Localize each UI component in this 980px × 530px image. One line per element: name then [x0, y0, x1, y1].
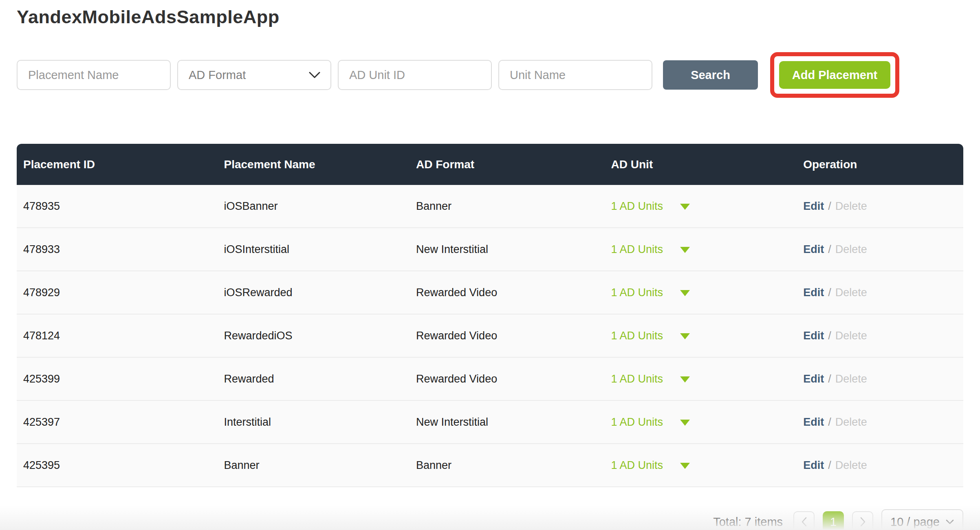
page-size-value: 10 / page: [890, 515, 940, 529]
ad-format-cell: Rewarded Video: [410, 271, 605, 314]
table-row: 425395 Banner Banner 1 AD Units Edit/Del…: [17, 444, 963, 487]
caret-down-icon[interactable]: [680, 376, 690, 383]
ad-unit-cell: 1 AD Units: [605, 314, 797, 358]
operation-cell: Edit/Delete: [797, 401, 963, 444]
ad-units-link[interactable]: 1 AD Units: [611, 373, 663, 385]
ad-units-link[interactable]: 1 AD Units: [611, 200, 663, 212]
ad-unit-cell: 1 AD Units: [605, 271, 797, 314]
pagination-bar: Total: 7 items 1 10 / page: [17, 509, 963, 530]
slash-separator: /: [828, 200, 831, 212]
delete-link[interactable]: Delete: [835, 416, 867, 428]
table-row: 478929 iOSRewarded Rewarded Video 1 AD U…: [17, 271, 963, 314]
table-row: 478933 iOSInterstitial New Interstitial …: [17, 228, 963, 271]
delete-link[interactable]: Delete: [835, 373, 867, 385]
ad-unit-cell: 1 AD Units: [605, 401, 797, 444]
ad-format-select-placeholder: AD Format: [189, 68, 246, 82]
slash-separator: /: [828, 243, 831, 255]
caret-down-icon[interactable]: [680, 463, 690, 469]
page-1-button[interactable]: 1: [823, 511, 844, 530]
total-items-label: Total: 7 items: [713, 515, 783, 529]
placement-name-cell: iOSRewarded: [217, 271, 410, 314]
ad-units-link[interactable]: 1 AD Units: [611, 330, 663, 342]
edit-link[interactable]: Edit: [803, 373, 824, 385]
edit-link[interactable]: Edit: [803, 330, 824, 342]
chevron-right-icon: [859, 517, 866, 527]
placements-table: Placement ID Placement Name AD Format AD…: [17, 144, 963, 487]
prev-page-button[interactable]: [793, 511, 815, 530]
chevron-down-icon: [945, 519, 954, 525]
ad-unit-cell: 1 AD Units: [605, 185, 797, 228]
header-placement-id: Placement ID: [17, 144, 217, 185]
caret-down-icon[interactable]: [680, 420, 690, 426]
caret-down-icon[interactable]: [680, 204, 690, 210]
ad-format-cell: New Interstitial: [410, 401, 605, 444]
ad-format-cell: Banner: [410, 444, 605, 487]
header-ad-unit: AD Unit: [605, 144, 797, 185]
edit-link[interactable]: Edit: [803, 200, 824, 212]
header-operation: Operation: [797, 144, 963, 185]
next-page-button[interactable]: [852, 511, 873, 530]
delete-link[interactable]: Delete: [835, 243, 867, 255]
placement-name-cell: RewardediOS: [217, 314, 410, 358]
placement-id-cell: 478929: [17, 271, 217, 314]
placement-name-cell: iOSInterstitial: [217, 228, 410, 271]
edit-link[interactable]: Edit: [803, 286, 824, 299]
ad-units-link[interactable]: 1 AD Units: [611, 243, 663, 255]
table-row: 425397 Interstitial New Interstitial 1 A…: [17, 401, 963, 444]
slash-separator: /: [828, 416, 831, 428]
ad-format-cell: Rewarded Video: [410, 314, 605, 358]
edit-link[interactable]: Edit: [803, 416, 824, 428]
page: YandexMobileAdsSampleApp AD Format Searc…: [0, 0, 980, 530]
placement-id-cell: 478124: [17, 314, 217, 358]
table-row: 425399 Rewarded Rewarded Video 1 AD Unit…: [17, 358, 963, 401]
operation-cell: Edit/Delete: [797, 314, 963, 358]
add-placement-button[interactable]: Add Placement: [779, 61, 890, 89]
ad-unit-cell: 1 AD Units: [605, 228, 797, 271]
placement-name-cell: Rewarded: [217, 358, 410, 401]
delete-link[interactable]: Delete: [835, 286, 867, 299]
slash-separator: /: [828, 330, 831, 342]
operation-cell: Edit/Delete: [797, 444, 963, 487]
search-button[interactable]: Search: [663, 60, 758, 90]
ad-format-select[interactable]: AD Format: [177, 60, 331, 90]
placement-id-cell: 478935: [17, 185, 217, 228]
unit-name-input[interactable]: [498, 60, 652, 90]
ad-unit-id-input[interactable]: [338, 60, 492, 90]
chevron-down-icon: [308, 71, 321, 79]
operation-cell: Edit/Delete: [797, 271, 963, 314]
ad-unit-cell: 1 AD Units: [605, 444, 797, 487]
operation-cell: Edit/Delete: [797, 358, 963, 401]
filter-bar: AD Format Search Add Placement: [17, 52, 963, 98]
page-size-select[interactable]: 10 / page: [881, 509, 963, 530]
slash-separator: /: [828, 373, 831, 385]
table-row: 478935 iOSBanner Banner 1 AD Units Edit/…: [17, 185, 963, 228]
ad-units-link[interactable]: 1 AD Units: [611, 416, 663, 428]
slash-separator: /: [828, 459, 831, 471]
delete-link[interactable]: Delete: [835, 200, 867, 212]
placement-name-cell: Banner: [217, 444, 410, 487]
ad-format-cell: Banner: [410, 185, 605, 228]
slash-separator: /: [828, 286, 831, 299]
table-row: 478124 RewardediOS Rewarded Video 1 AD U…: [17, 314, 963, 358]
page-title: YandexMobileAdsSampleApp: [17, 0, 963, 28]
operation-cell: Edit/Delete: [797, 228, 963, 271]
delete-link[interactable]: Delete: [835, 330, 867, 342]
operation-cell: Edit/Delete: [797, 185, 963, 228]
placement-id-cell: 425399: [17, 358, 217, 401]
header-placement-name: Placement Name: [217, 144, 410, 185]
delete-link[interactable]: Delete: [835, 459, 867, 471]
edit-link[interactable]: Edit: [803, 243, 824, 255]
placement-name-cell: Interstitial: [217, 401, 410, 444]
annotation-highlight-box: Add Placement: [770, 52, 899, 98]
caret-down-icon[interactable]: [680, 333, 690, 339]
header-ad-format: AD Format: [410, 144, 605, 185]
placement-id-cell: 425395: [17, 444, 217, 487]
edit-link[interactable]: Edit: [803, 459, 824, 471]
ad-format-cell: New Interstitial: [410, 228, 605, 271]
placement-name-input[interactable]: [17, 60, 171, 90]
ad-units-link[interactable]: 1 AD Units: [611, 286, 663, 299]
ad-units-link[interactable]: 1 AD Units: [611, 459, 663, 471]
caret-down-icon[interactable]: [680, 247, 690, 253]
caret-down-icon[interactable]: [680, 290, 690, 296]
placement-name-cell: iOSBanner: [217, 185, 410, 228]
